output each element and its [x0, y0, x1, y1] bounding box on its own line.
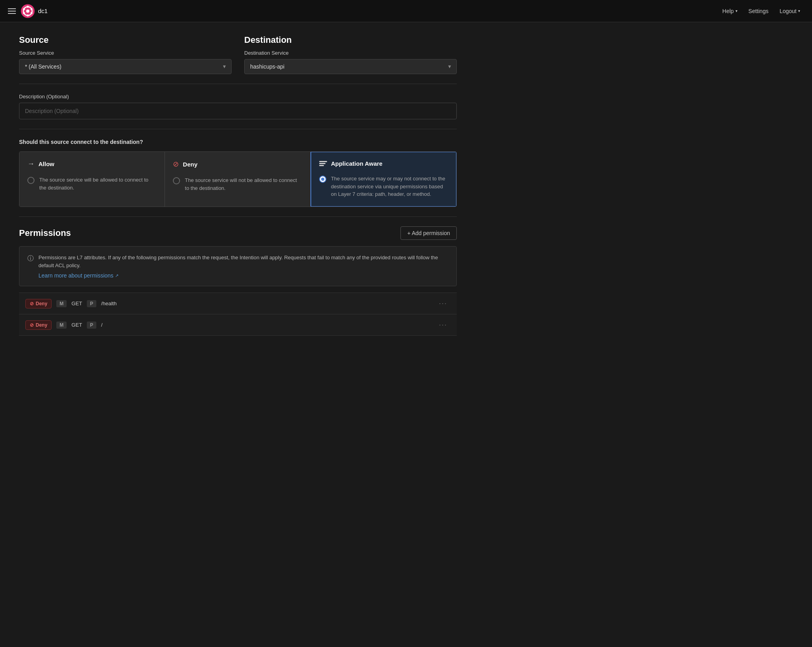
destination-title: Destination [244, 35, 457, 45]
help-button[interactable]: Help ▾ [718, 6, 741, 17]
svg-point-7 [23, 12, 25, 14]
deny-option-header: ⊘ Deny [173, 160, 302, 168]
path-value-1: /health [101, 301, 117, 306]
description-label: Description (Optional) [19, 94, 457, 100]
connection-section: Should this source connect to the destin… [19, 139, 457, 207]
top-navigation: dc1 Help ▾ Settings Logout ▾ [0, 0, 812, 22]
permissions-title: Permissions [19, 228, 71, 238]
app-aware-radio-button[interactable] [319, 176, 326, 183]
permissions-info-box: ⓘ Permissions are L7 attributes. If any … [19, 246, 457, 287]
source-dest-row: Source Source Service * (All Services) h… [19, 35, 457, 74]
source-section: Source Source Service * (All Services) h… [19, 35, 232, 74]
settings-button[interactable]: Settings [745, 6, 773, 17]
permissions-section: Permissions + Add permission ⓘ Permissio… [19, 226, 457, 336]
method-value-2: GET [71, 322, 82, 328]
app-aware-radio-row: The source service may or may not connec… [319, 175, 448, 198]
permission-row: ⊘ Deny M GET P /health ··· [19, 293, 457, 314]
allow-option-desc: The source service will be allowed to co… [39, 176, 157, 191]
allow-radio-row: The source service will be allowed to co… [27, 176, 157, 191]
deny-badge-label-1: Deny [36, 301, 47, 306]
source-title: Source [19, 35, 232, 45]
learn-more-link[interactable]: Learn more about permissions ↗ [38, 272, 119, 279]
destination-field-label: Destination Service [244, 50, 457, 56]
deny-radio-row: The source service will not be allowed t… [173, 176, 302, 192]
description-section: Description (Optional) [19, 94, 457, 119]
allow-arrow-icon: → [27, 160, 34, 168]
permissions-header: Permissions + Add permission [19, 226, 457, 240]
source-field-label: Source Service [19, 50, 232, 56]
svg-point-2 [26, 10, 29, 13]
allow-option-header: → Allow [27, 160, 157, 168]
divider-1 [19, 84, 457, 84]
deny-badge-1: ⊘ Deny [25, 299, 52, 308]
destination-section: Destination Destination Service hashicup… [244, 35, 457, 74]
method-tag-2: M [56, 322, 67, 329]
method-value-1: GET [71, 301, 82, 306]
help-chevron-icon: ▾ [735, 9, 737, 13]
path-value-2: / [101, 322, 103, 328]
deny-badge-icon-1: ⊘ [30, 301, 34, 306]
deny-option-desc: The source service will not be allowed t… [185, 176, 302, 192]
logout-button[interactable]: Logout ▾ [776, 6, 804, 17]
svg-point-4 [31, 8, 33, 10]
path-tag-2: P [87, 322, 96, 329]
external-link-icon: ↗ [115, 273, 119, 278]
deny-option[interactable]: ⊘ Deny The source service will not be al… [165, 152, 310, 207]
permission-row: ⊘ Deny M GET P / ··· [19, 314, 457, 336]
source-service-select[interactable]: * (All Services) hashicups-frontend hash… [19, 59, 232, 74]
source-select-wrapper: * (All Services) hashicups-frontend hash… [19, 59, 232, 74]
allow-option[interactable]: → Allow The source service will be allow… [19, 152, 165, 207]
deny-circle-icon: ⊘ [173, 160, 179, 168]
permission-more-button-2[interactable]: ··· [436, 319, 450, 331]
app-aware-option[interactable]: Application Aware The source service may… [310, 151, 457, 207]
deny-badge-label-2: Deny [36, 322, 47, 328]
svg-point-3 [27, 6, 29, 8]
datacenter-label: dc1 [38, 8, 48, 14]
info-circle-icon: ⓘ [27, 255, 34, 263]
allow-option-title: Allow [38, 161, 54, 167]
destination-select-wrapper: hashicups-api hashicups-frontend hashicu… [244, 59, 457, 74]
deny-option-title: Deny [183, 161, 197, 168]
destination-service-select[interactable]: hashicups-api hashicups-frontend hashicu… [244, 59, 457, 74]
svg-point-5 [31, 12, 33, 14]
add-permission-label: + Add permission [407, 230, 450, 236]
divider-3 [19, 216, 457, 217]
logo-container: dc1 [21, 4, 48, 18]
logout-chevron-icon: ▾ [798, 9, 800, 13]
info-content: Permissions are L7 attributes. If any of… [38, 254, 448, 279]
app-aware-option-header: Application Aware [319, 160, 448, 167]
deny-badge-icon-2: ⊘ [30, 322, 34, 328]
app-aware-option-desc: The source service may or may not connec… [331, 175, 448, 198]
path-tag-1: P [87, 300, 96, 307]
method-tag-1: M [56, 300, 67, 307]
divider-2 [19, 129, 457, 129]
info-text: Permissions are L7 attributes. If any of… [38, 254, 448, 270]
consul-logo-icon [21, 4, 35, 18]
deny-radio-button[interactable] [173, 177, 180, 184]
connection-options-group: → Allow The source service will be allow… [19, 151, 457, 207]
layers-icon [319, 161, 327, 166]
svg-point-8 [23, 8, 25, 10]
deny-badge-2: ⊘ Deny [25, 320, 52, 330]
hamburger-menu[interactable] [8, 8, 16, 14]
app-aware-option-title: Application Aware [331, 160, 383, 167]
main-content: Source Source Service * (All Services) h… [0, 22, 476, 348]
add-permission-button[interactable]: + Add permission [400, 226, 457, 240]
connection-question: Should this source connect to the destin… [19, 139, 457, 145]
svg-point-6 [27, 14, 29, 16]
description-input[interactable] [19, 103, 457, 119]
permission-more-button-1[interactable]: ··· [436, 298, 450, 309]
allow-radio-button[interactable] [27, 177, 34, 184]
